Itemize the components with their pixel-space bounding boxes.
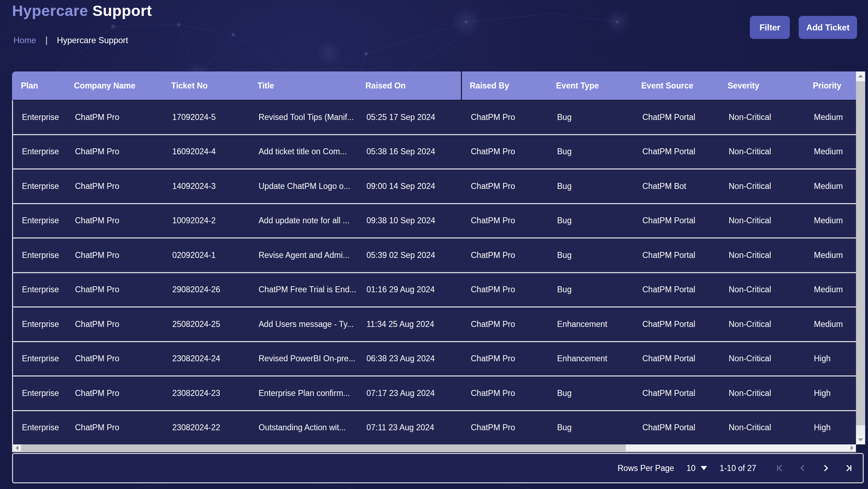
cell-title: Revised Tool Tips (Manif... xyxy=(250,100,358,134)
horizontal-scroll-thumb[interactable] xyxy=(21,444,626,451)
cell-event-source: ChatPM Portal xyxy=(633,238,720,272)
cell-ticket-no: 23082024-23 xyxy=(163,376,250,410)
column-header-severity[interactable]: Severity xyxy=(719,71,804,100)
filter-button[interactable]: Filter xyxy=(750,16,790,39)
column-header-plan[interactable]: Plan xyxy=(12,71,65,100)
horizontal-scrollbar[interactable] xyxy=(12,444,856,452)
cell-title: Outstanding Action wit... xyxy=(250,411,358,445)
vertical-scrollbar[interactable] xyxy=(856,71,865,444)
cell-severity: Non-Critical xyxy=(720,100,805,134)
table-row[interactable]: EnterpriseChatPM Pro25082024-25Add Users… xyxy=(13,306,856,341)
next-page-button[interactable] xyxy=(821,464,830,473)
page-range-label: 1-10 of 27 xyxy=(719,464,756,473)
cell-company-name: ChatPM Pro xyxy=(66,135,163,169)
column-header-ticket-no[interactable]: Ticket No xyxy=(162,71,249,100)
cell-plan: Enterprise xyxy=(13,100,66,134)
table-row[interactable]: EnterpriseChatPM Pro23082024-22Outstandi… xyxy=(13,410,856,445)
table-main: Plan Company Name Ticket No Title Raised… xyxy=(12,71,856,444)
table-row[interactable]: EnterpriseChatPM Pro23082024-23Enterpris… xyxy=(13,375,856,410)
cell-title: Add Users message - Ty... xyxy=(250,307,358,341)
table-row[interactable]: EnterpriseChatPM Pro17092024-5Revised To… xyxy=(13,100,856,134)
cell-event-type: Enhancement xyxy=(548,342,633,376)
cell-title: Enterprise Plan confirm... xyxy=(250,376,358,410)
table-row[interactable]: EnterpriseChatPM Pro10092024-2Add update… xyxy=(13,203,856,238)
cell-plan: Enterprise xyxy=(13,238,66,272)
column-header-raised-on[interactable]: Raised On xyxy=(357,71,461,100)
cell-event-type: Enhancement xyxy=(548,307,633,341)
rows-per-page-value: 10 xyxy=(687,464,696,473)
column-header-raised-by[interactable]: Raised By xyxy=(461,71,547,100)
add-ticket-button[interactable]: Add Ticket xyxy=(799,16,857,39)
scroll-down-button[interactable] xyxy=(856,435,865,444)
cell-plan: Enterprise xyxy=(13,376,66,410)
cell-raised-on: 09:00 14 Sep 2024 xyxy=(358,169,462,203)
cell-severity: Non-Critical xyxy=(720,238,805,272)
cell-event-source: ChatPM Portal xyxy=(633,204,720,238)
previous-page-button[interactable] xyxy=(798,464,808,473)
cell-event-source: ChatPM Portal xyxy=(633,135,720,169)
cell-raised-on: 07:17 23 Aug 2024 xyxy=(358,376,462,410)
cell-plan: Enterprise xyxy=(13,273,66,307)
table-row[interactable]: EnterpriseChatPM Pro14092024-3Update Cha… xyxy=(13,168,856,203)
cell-severity: Non-Critical xyxy=(720,135,805,169)
cell-event-source: ChatPM Portal xyxy=(633,100,720,134)
table-row[interactable]: EnterpriseChatPM Pro23082024-24Revised P… xyxy=(13,341,856,376)
table-row[interactable]: EnterpriseChatPM Pro16092024-4Add ticket… xyxy=(13,134,856,169)
column-header-priority[interactable]: Priority xyxy=(804,71,856,100)
cell-severity: Non-Critical xyxy=(720,169,805,203)
cell-raised-by: ChatPM Pro xyxy=(462,135,548,169)
column-header-event-type[interactable]: Event Type xyxy=(547,71,632,100)
cell-title: Revise Agent and Admi... xyxy=(250,238,358,272)
cell-raised-by: ChatPM Pro xyxy=(462,169,548,203)
cell-severity: Non-Critical xyxy=(720,273,805,307)
cell-priority: High xyxy=(805,411,856,445)
cell-title: Add update note for all ... xyxy=(250,204,358,238)
cell-company-name: ChatPM Pro xyxy=(66,100,163,134)
cell-event-type: Bug xyxy=(548,273,633,307)
cell-raised-by: ChatPM Pro xyxy=(462,376,548,410)
column-header-event-source[interactable]: Event Source xyxy=(632,71,719,100)
arrow-left-icon xyxy=(16,445,18,450)
cell-ticket-no: 02092024-1 xyxy=(163,238,250,272)
page-title: Hypercare Support xyxy=(12,2,152,19)
cell-title: Add ticket title on Com... xyxy=(250,135,358,169)
table-row[interactable]: EnterpriseChatPM Pro29082024-26ChatPM Fr… xyxy=(13,272,856,307)
cell-company-name: ChatPM Pro xyxy=(66,376,163,410)
scroll-right-button[interactable] xyxy=(848,444,856,451)
cell-event-source: ChatPM Portal xyxy=(633,273,720,307)
breadcrumb: Home | Hypercare Support xyxy=(13,35,128,46)
table-row[interactable]: EnterpriseChatPM Pro02092024-1Revise Age… xyxy=(13,237,856,272)
tickets-table: Plan Company Name Ticket No Title Raised… xyxy=(12,71,865,444)
last-page-button[interactable] xyxy=(844,464,853,473)
column-header-company-name[interactable]: Company Name xyxy=(65,71,162,100)
cell-company-name: ChatPM Pro xyxy=(66,411,163,445)
breadcrumb-home-link[interactable]: Home xyxy=(13,35,36,45)
cell-title: Revised PowerBI On-pre... xyxy=(250,342,358,376)
rows-per-page-select[interactable]: 10 xyxy=(687,464,707,473)
cell-raised-on: 05:39 02 Sep 2024 xyxy=(358,238,462,272)
cell-priority: Medium xyxy=(805,307,856,341)
cell-raised-on: 06:38 23 Aug 2024 xyxy=(358,342,462,376)
cell-company-name: ChatPM Pro xyxy=(66,204,163,238)
cell-raised-on: 05:25 17 Sep 2024 xyxy=(358,100,462,134)
cell-ticket-no: 17092024-5 xyxy=(163,100,250,134)
scroll-left-button[interactable] xyxy=(13,444,21,451)
cell-company-name: ChatPM Pro xyxy=(66,238,163,272)
cell-raised-on: 11:34 25 Aug 2024 xyxy=(358,307,462,341)
column-header-title[interactable]: Title xyxy=(249,71,357,100)
vertical-scroll-thumb[interactable] xyxy=(856,81,865,425)
page-title-accent: Hypercare xyxy=(12,2,88,19)
cell-priority: Medium xyxy=(805,169,856,203)
cell-event-source: ChatPM Bot xyxy=(633,169,720,203)
first-page-button[interactable] xyxy=(776,464,785,473)
cell-event-type: Bug xyxy=(548,376,633,410)
breadcrumb-current: Hypercare Support xyxy=(57,35,128,45)
cell-ticket-no: 10092024-2 xyxy=(163,204,250,238)
arrow-up-icon xyxy=(858,75,863,77)
scroll-up-button[interactable] xyxy=(856,71,865,81)
cell-event-type: Bug xyxy=(548,169,633,203)
cell-company-name: ChatPM Pro xyxy=(66,342,163,376)
arrow-right-icon xyxy=(851,445,853,450)
cell-plan: Enterprise xyxy=(13,342,66,376)
arrow-down-icon xyxy=(858,438,863,441)
